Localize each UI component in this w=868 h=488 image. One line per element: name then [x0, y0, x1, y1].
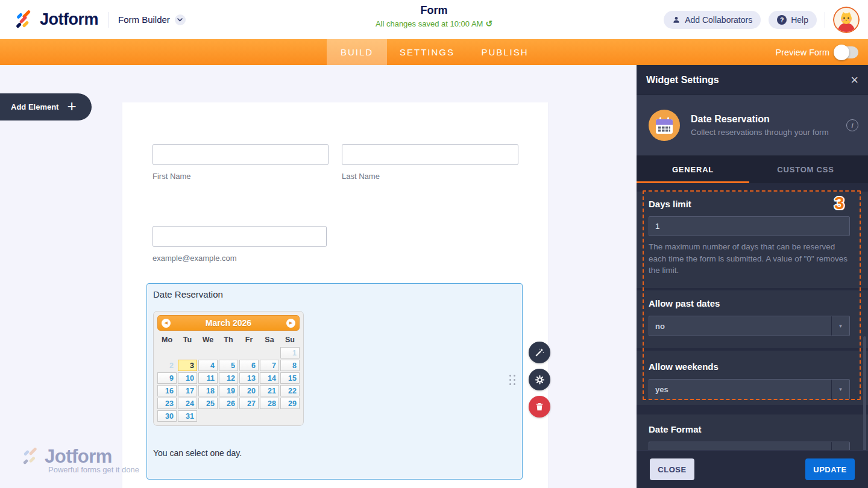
calendar-day-10[interactable]: 10 — [178, 372, 197, 384]
calendar-empty-cell — [260, 410, 279, 422]
question-icon: ? — [777, 15, 787, 25]
revert-icon[interactable]: ↺ — [485, 19, 492, 28]
calendar-day-7[interactable]: 7 — [260, 360, 279, 371]
avatar[interactable] — [833, 7, 860, 33]
calendar-day-8[interactable]: 8 — [280, 360, 300, 371]
save-status[interactable]: All changes saved at 10:00 AM ↺ — [376, 19, 492, 28]
person-icon — [672, 16, 681, 24]
header-divider — [825, 12, 825, 28]
calendar-day-1: 1 — [280, 347, 300, 358]
calendar-day-13[interactable]: 13 — [239, 372, 259, 384]
tab-settings[interactable]: SETTINGS — [387, 39, 467, 65]
panel-tabs: GENERAL CUSTOM CSS — [637, 155, 868, 183]
drag-handle[interactable] — [509, 375, 515, 385]
calendar-empty-cell — [260, 347, 279, 358]
preview-form-toggle[interactable] — [835, 46, 858, 58]
calendar-day-25[interactable]: 25 — [198, 398, 218, 409]
date-reservation-widget[interactable]: Date Reservation ◀ March 2026 ▶ MoTuWeTh… — [146, 283, 523, 480]
calendar-day-9[interactable]: 9 — [157, 372, 177, 384]
calendar-day-3[interactable]: 3 — [178, 360, 197, 371]
tab-custom-css[interactable]: CUSTOM CSS — [749, 155, 862, 183]
calendar-day-23[interactable]: 23 — [157, 398, 177, 409]
panel-title: Widget Settings — [646, 75, 719, 86]
calendar-day-28[interactable]: 28 — [260, 398, 279, 409]
calendar-day-24[interactable]: 24 — [178, 398, 197, 409]
days-limit-input[interactable] — [649, 216, 850, 236]
calendar-day-header: Th — [219, 334, 238, 346]
add-collaborators-button[interactable]: Add Collaborators — [664, 11, 761, 29]
wizard-button[interactable] — [529, 342, 550, 363]
calendar-day-header: Fr — [239, 334, 259, 346]
first-name-sublabel: First Name — [153, 172, 191, 181]
calendar-day-6[interactable]: 6 — [239, 360, 259, 371]
calendar-day-11[interactable]: 11 — [198, 372, 218, 384]
panel-scrollbar[interactable] — [863, 336, 866, 454]
calendar-day-2: 2 — [157, 360, 177, 371]
calendar-empty-cell — [198, 347, 218, 358]
date-reservation-label: Date Reservation — [153, 289, 223, 299]
calendar-day-21[interactable]: 21 — [260, 385, 279, 396]
calendar-day-16[interactable]: 16 — [157, 385, 177, 396]
calendar-day-29[interactable]: 29 — [280, 398, 300, 409]
close-icon[interactable]: × — [851, 74, 858, 87]
calendar-day-19[interactable]: 19 — [219, 385, 238, 396]
settings-button[interactable] — [529, 369, 550, 390]
calendar-day-22[interactable]: 22 — [280, 385, 300, 396]
calendar-hint: You can select one day. — [153, 448, 242, 458]
jotform-logo[interactable]: Jotform — [14, 10, 98, 30]
email-input[interactable] — [153, 226, 327, 247]
calendar-day-14[interactable]: 14 — [260, 372, 279, 384]
chevron-down-icon: ▼ — [831, 316, 849, 336]
calendar-day-5[interactable]: 5 — [219, 360, 238, 371]
watermark-logo-icon — [22, 447, 41, 466]
allow-past-dates-select[interactable]: no ▼ — [649, 316, 850, 336]
allow-weekends-section: Allow weekends yes ▼ — [637, 351, 868, 405]
calendar-prev-button[interactable]: ◀ — [162, 319, 171, 328]
add-element-button[interactable]: Add Element + — [0, 93, 92, 120]
jotform-logo-icon — [14, 10, 35, 30]
calendar-empty-cell — [219, 347, 238, 358]
panel-widget-name: Date Reservation — [691, 114, 835, 125]
allow-weekends-select[interactable]: yes ▼ — [649, 379, 850, 399]
calendar-empty-cell — [157, 347, 177, 358]
date-reservation-widget-icon — [649, 110, 680, 141]
calendar-empty-cell — [219, 410, 238, 422]
close-button[interactable]: CLOSE — [650, 458, 694, 480]
calendar-day-4[interactable]: 4 — [198, 360, 218, 371]
last-name-input[interactable] — [342, 144, 518, 165]
help-button[interactable]: ? Help — [769, 11, 817, 29]
form-card: Name First Name Last Name Email example@… — [122, 102, 548, 488]
allow-past-dates-section: Allow past dates no ▼ — [637, 290, 868, 348]
tab-general[interactable]: GENERAL — [637, 155, 749, 183]
form-builder-menu[interactable]: Form Builder — [118, 14, 186, 25]
calendar-day-15[interactable]: 15 — [280, 372, 300, 384]
calendar-day-30[interactable]: 30 — [157, 410, 177, 422]
gear-icon — [534, 374, 546, 386]
calendar-empty-cell — [198, 410, 218, 422]
calendar-day-27[interactable]: 27 — [239, 398, 259, 409]
page-title: Form — [376, 4, 492, 17]
calendar-empty-cell — [280, 410, 300, 422]
calendar-day-header: Mo — [157, 334, 177, 346]
add-collaborators-label: Add Collaborators — [685, 15, 752, 25]
calendar-day-18[interactable]: 18 — [198, 385, 218, 396]
watermark-tagline: Powerful forms get it done — [48, 465, 139, 474]
tab-publish[interactable]: PUBLISH — [467, 39, 542, 65]
calendar-day-12[interactable]: 12 — [219, 372, 238, 384]
update-button[interactable]: UPDATE — [805, 458, 855, 480]
toggle-knob[interactable] — [834, 45, 849, 60]
widget-settings-panel: Widget Settings × Date Reservation Colle… — [637, 65, 868, 488]
calendar-day-17[interactable]: 17 — [178, 385, 197, 396]
last-name-sublabel: Last Name — [342, 172, 380, 181]
calendar-day-20[interactable]: 20 — [239, 385, 259, 396]
calendar-day-header: Tu — [178, 334, 197, 346]
calendar-day-26[interactable]: 26 — [219, 398, 238, 409]
delete-button[interactable] — [529, 396, 550, 418]
trash-icon — [535, 402, 544, 411]
tab-build[interactable]: BUILD — [327, 39, 387, 65]
calendar-day-31[interactable]: 31 — [178, 410, 197, 422]
first-name-input[interactable] — [153, 144, 329, 165]
form-builder-label: Form Builder — [118, 14, 170, 25]
info-icon[interactable]: i — [846, 119, 858, 131]
calendar-next-button[interactable]: ▶ — [286, 319, 295, 328]
